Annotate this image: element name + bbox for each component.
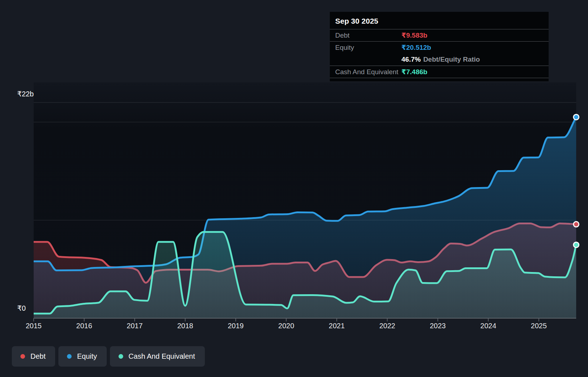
x-axis-label-2015: 2015 [18, 322, 50, 330]
x-axis-label-2017: 2017 [119, 322, 151, 330]
x-axis-label-2024: 2024 [472, 322, 505, 330]
legend-dot-icon [20, 354, 25, 359]
legend-item-cash-and-equivalent[interactable]: Cash And Equivalent [110, 346, 205, 367]
x-axis-label-2025: 2025 [523, 322, 555, 330]
x-axis-label-2019: 2019 [220, 322, 252, 330]
legend-dot-icon [119, 354, 123, 359]
y-axis-label-zero: ₹0 [17, 304, 26, 312]
tooltip-equity-value: ₹20.512b [401, 43, 431, 52]
tooltip-cash-label: Cash And Equivalent [335, 68, 401, 76]
x-axis-label-2023: 2023 [421, 322, 454, 330]
legend-item-debt[interactable]: Debt [12, 346, 55, 367]
tooltip-debt-label: Debt [335, 32, 401, 39]
balance-sheet-history-chart: ₹22b ₹0 20152016201720182019202020212022… [0, 0, 588, 377]
tooltip-row-ratio: 46.7% Debt/Equity Ratio [330, 53, 549, 66]
cash-marker[interactable] [574, 242, 579, 248]
tooltip-ratio-label: Debt/Equity Ratio [423, 56, 480, 63]
legend-item-equity[interactable]: Equity [58, 346, 107, 367]
x-axis-label-2022: 2022 [371, 322, 403, 330]
x-axis-label-2020: 2020 [270, 322, 302, 330]
tooltip-row-debt: Debt ₹9.583b [330, 29, 549, 41]
tooltip-row-equity: Equity ₹20.512b [330, 41, 549, 53]
y-axis-label-max: ₹22b [17, 90, 34, 98]
x-axis-label-2021: 2021 [320, 322, 353, 330]
x-axis-label-2018: 2018 [169, 322, 201, 330]
tooltip-equity-label: Equity [335, 44, 401, 52]
tooltip-row-cash: Cash And Equivalent ₹7.486b [330, 66, 549, 78]
debt-marker[interactable] [574, 221, 579, 227]
legend-label: Cash And Equivalent [129, 352, 195, 361]
tooltip-debt-value: ₹9.583b [401, 31, 427, 39]
equity-marker[interactable] [574, 114, 579, 120]
chart-legend: DebtEquityCash And Equivalent [12, 346, 205, 367]
tooltip-date: Sep 30 2025 [330, 12, 549, 29]
x-axis-label-2016: 2016 [68, 322, 100, 330]
legend-label: Debt [30, 352, 45, 361]
chart-tooltip: Sep 30 2025 Debt ₹9.583b Equity ₹20.512b… [330, 12, 549, 81]
tooltip-cash-value: ₹7.486b [401, 68, 427, 76]
legend-dot-icon [67, 354, 72, 359]
tooltip-ratio-value: 46.7% [401, 56, 421, 63]
legend-label: Equity [77, 352, 97, 361]
